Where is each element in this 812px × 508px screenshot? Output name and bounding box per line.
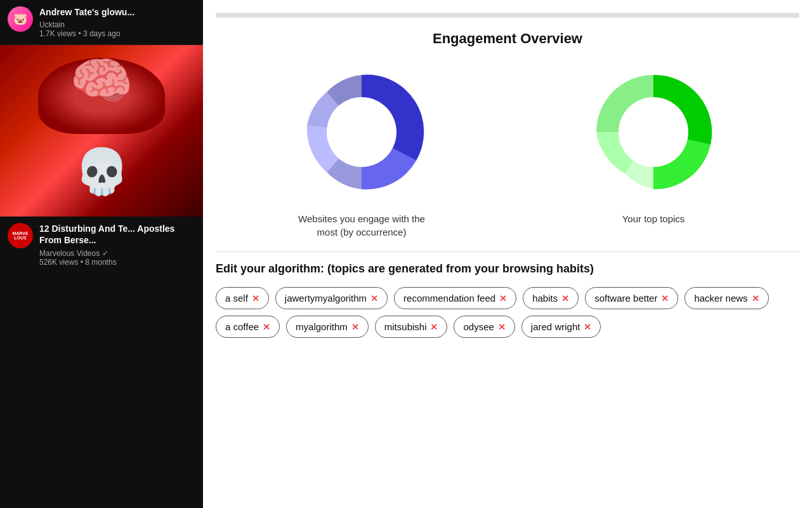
- tag-label-software-better: software better: [594, 293, 657, 304]
- video-item-2[interactable]: MARVELOUS 12 Disturbing And Te... Apostl…: [0, 217, 203, 272]
- youtube-sidebar: 🐷 Andrew Tate's glowu... Ucktain 1.7K vi…: [0, 0, 203, 508]
- tag-jawertymyalgorithm[interactable]: jawertymyalgorithm ✕: [275, 287, 388, 309]
- time-ago-1: 3 days ago: [83, 29, 121, 38]
- blue-donut-svg: [292, 62, 431, 202]
- channel-name-1: Ucktain: [39, 20, 65, 29]
- tag-remove-a-self[interactable]: ✕: [252, 293, 259, 304]
- tag-jared-wright[interactable]: jared wright ✕: [521, 316, 601, 338]
- video-title-2: 12 Disturbing And Te... Apostles From Be…: [39, 223, 195, 246]
- video-info-1: Andrew Tate's glowu... Ucktain 1.7K view…: [39, 6, 195, 38]
- tag-remove-mitsubishi[interactable]: ✕: [430, 322, 438, 332]
- brain-skull-image: 💀: [0, 45, 203, 217]
- video-title-1: Andrew Tate's glowu...: [39, 6, 195, 18]
- tag-remove-odysee[interactable]: ✕: [498, 322, 506, 332]
- tag-label-jawertymyalgorithm: jawertymyalgorithm: [285, 293, 367, 304]
- time-ago-2: 8 months: [85, 258, 116, 267]
- tag-remove-a-coffee[interactable]: ✕: [263, 322, 270, 332]
- tag-remove-hacker-news[interactable]: ✕: [752, 293, 759, 304]
- top-bar-decoration: [216, 13, 799, 18]
- tag-label-hacker-news: hacker news: [694, 293, 747, 304]
- tag-label-myalgorithm: myalgorithm: [296, 321, 348, 332]
- tag-remove-recommendation-feed[interactable]: ✕: [499, 293, 507, 304]
- chart-label-websites: Websites you engage with the most (by oc…: [298, 212, 425, 239]
- tag-software-better[interactable]: software better ✕: [585, 287, 678, 309]
- tag-label-mitsubishi: mitsubishi: [384, 321, 427, 332]
- tag-a-self[interactable]: a self ✕: [216, 287, 269, 309]
- donut-green: [584, 62, 723, 202]
- separator-1: •: [78, 29, 83, 38]
- tag-mitsubishi[interactable]: mitsubishi ✕: [375, 316, 448, 338]
- video-meta-1: Ucktain 1.7K views • 3 days ago: [39, 20, 195, 38]
- engagement-panel: Engagement Overview: [203, 0, 812, 508]
- avatar-marvelous: MARVELOUS: [8, 223, 33, 248]
- tag-remove-habits[interactable]: ✕: [561, 293, 569, 304]
- video-info-2: 12 Disturbing And Te... Apostles From Be…: [39, 223, 195, 266]
- chart-label-topics: Your top topics: [622, 212, 685, 225]
- donut-blue: [292, 62, 431, 202]
- skull-face-icon: 💀: [74, 145, 129, 197]
- video-item-1[interactable]: 🐷 Andrew Tate's glowu... Ucktain 1.7K vi…: [0, 0, 203, 45]
- tag-myalgorithm[interactable]: myalgorithm ✕: [286, 316, 369, 338]
- tag-label-recommendation-feed: recommendation feed: [403, 293, 495, 304]
- section-title: Engagement Overview: [216, 30, 799, 47]
- tag-label-habits: habits: [532, 293, 558, 304]
- view-count-1: 1.7K views: [39, 29, 76, 38]
- tag-label-jared-wright: jared wright: [531, 321, 580, 332]
- verified-icon: ✓: [102, 249, 108, 258]
- tag-habits[interactable]: habits ✕: [523, 287, 579, 309]
- algo-title: Edit your algorithm: (topics are generat…: [216, 262, 799, 276]
- charts-row: Websites you engage with the most (by oc…: [216, 62, 799, 239]
- thumbnail-disturbing[interactable]: 💀 MARVELOUS 12 Disturbing And Te... Apos…: [0, 45, 203, 272]
- tag-hacker-news[interactable]: hacker news ✕: [684, 287, 768, 309]
- blue-donut-hole: [327, 97, 396, 167]
- tag-a-coffee[interactable]: a coffee ✕: [216, 316, 280, 338]
- chart-websites: Websites you engage with the most (by oc…: [292, 62, 431, 239]
- tag-remove-myalgorithm[interactable]: ✕: [351, 322, 359, 332]
- tag-label-a-coffee: a coffee: [225, 321, 259, 332]
- tag-remove-jared-wright[interactable]: ✕: [584, 322, 591, 332]
- tag-odysee[interactable]: odysee ✕: [454, 316, 514, 338]
- tag-label-odysee: odysee: [463, 321, 494, 332]
- tag-recommendation-feed[interactable]: recommendation feed ✕: [394, 287, 516, 309]
- view-count-2: 526K views: [39, 258, 78, 267]
- tag-remove-software-better[interactable]: ✕: [661, 293, 669, 304]
- green-donut-hole: [619, 97, 688, 167]
- tag-label-a-self: a self: [225, 293, 248, 304]
- tags-container: a self ✕ jawertymyalgorithm ✕ recommenda…: [216, 287, 799, 338]
- video-meta-2: Marvelous Videos ✓ 526K views • 8 months: [39, 249, 195, 267]
- section-divider: [216, 251, 799, 252]
- green-donut-svg: [584, 62, 723, 202]
- tag-remove-jawertymyalgorithm[interactable]: ✕: [370, 293, 378, 304]
- avatar-ucktain: 🐷: [8, 6, 33, 32]
- chart-topics: Your top topics: [584, 62, 723, 225]
- channel-name-2: Marvelous Videos: [39, 249, 100, 258]
